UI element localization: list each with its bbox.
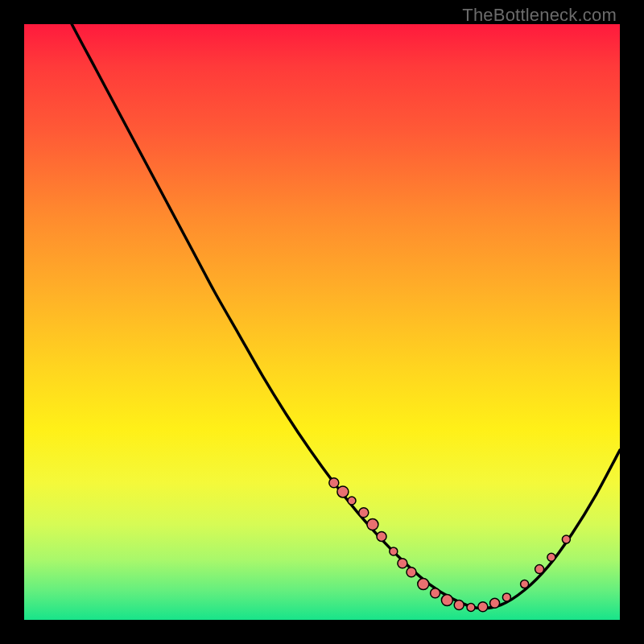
curve-marker	[478, 602, 488, 612]
curve-marker	[329, 478, 339, 488]
bottleneck-curve	[24, 0, 620, 609]
curve-marker	[490, 598, 500, 608]
curve-marker	[441, 595, 452, 606]
watermark-label: TheBottleneck.com	[462, 5, 617, 26]
curve-marker	[407, 568, 416, 577]
curve-marker	[398, 559, 407, 568]
plot-area	[24, 24, 620, 620]
curve-marker	[431, 588, 440, 598]
chart-svg	[24, 24, 620, 620]
curve-marker	[359, 508, 369, 518]
curve-marker	[467, 603, 475, 611]
curve-markers	[329, 478, 571, 612]
curve-marker	[547, 553, 555, 561]
curve-marker	[502, 593, 510, 601]
curve-marker	[521, 580, 529, 588]
curve-marker	[377, 531, 386, 541]
curve-marker	[418, 579, 429, 590]
curve-marker	[337, 486, 349, 497]
chart-stage: TheBottleneck.com	[0, 0, 644, 644]
curve-marker	[454, 601, 464, 610]
curve-marker	[390, 547, 398, 555]
curve-marker	[562, 535, 570, 543]
curve-marker	[535, 565, 544, 574]
curve-marker	[367, 519, 378, 530]
curve-marker	[348, 497, 356, 505]
